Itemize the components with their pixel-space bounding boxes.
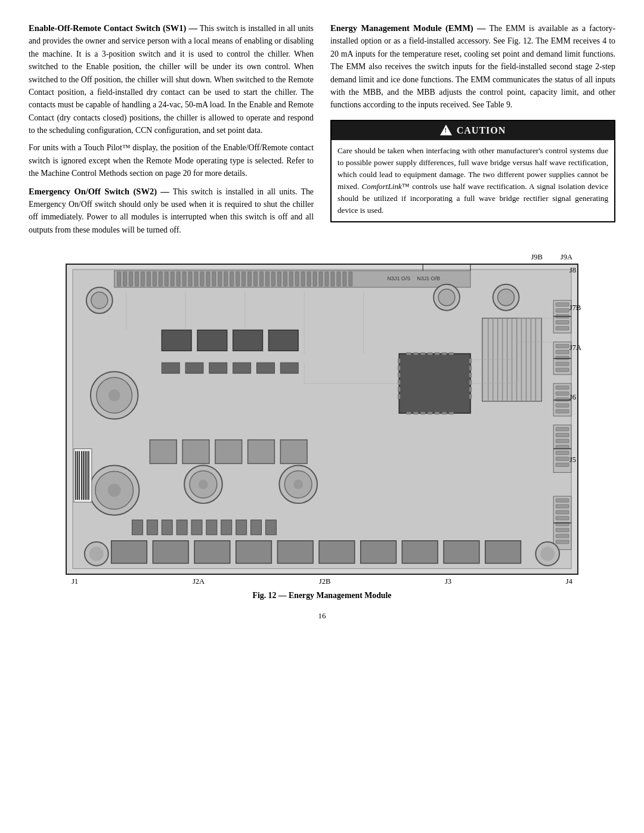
label-j2a: J2A — [193, 577, 205, 586]
svg-rect-58 — [556, 398, 569, 401]
page-content: Enable-Off-Remote Contact Switch (SW1) —… — [29, 21, 615, 621]
svg-point-93 — [438, 289, 455, 306]
svg-rect-54 — [556, 368, 569, 371]
svg-rect-63 — [556, 433, 569, 437]
pcb-diagram: N3J1 O/S N3J1 O/B — [66, 264, 578, 575]
svg-rect-158 — [221, 520, 232, 535]
svg-rect-31 — [283, 272, 287, 286]
svg-rect-25 — [248, 272, 252, 286]
sw2-heading: Emergency On/Off Switch (SW2) — — [29, 187, 169, 196]
svg-rect-9 — [153, 272, 156, 286]
svg-rect-56 — [556, 386, 569, 389]
svg-rect-70 — [556, 498, 569, 502]
svg-point-89 — [293, 480, 303, 490]
svg-rect-13 — [177, 272, 180, 286]
label-j5: J5 — [569, 456, 581, 465]
svg-rect-57 — [556, 392, 569, 395]
label-j7a: J7A — [569, 343, 581, 352]
label-j2b: J2B — [319, 577, 330, 586]
svg-rect-110 — [413, 352, 418, 355]
svg-rect-124 — [197, 330, 227, 351]
emm-body: The EMM is available as a factory-instal… — [330, 24, 615, 109]
svg-rect-132 — [280, 363, 298, 373]
svg-rect-102 — [398, 394, 400, 399]
svg-rect-32 — [289, 272, 293, 286]
svg-rect-7 — [141, 272, 144, 286]
svg-rect-60 — [556, 410, 569, 413]
svg-rect-128 — [185, 363, 203, 373]
svg-rect-107 — [469, 387, 472, 392]
label-j9b: J9B — [531, 253, 542, 262]
svg-rect-134 — [182, 440, 209, 464]
svg-rect-37 — [319, 272, 323, 286]
svg-rect-16 — [194, 272, 198, 286]
svg-rect-96 — [399, 354, 470, 413]
svg-rect-147 — [485, 541, 521, 563]
svg-rect-77 — [556, 540, 569, 544]
svg-rect-15 — [188, 272, 192, 286]
svg-point-86 — [199, 480, 208, 490]
label-j8: J8 — [569, 266, 581, 275]
figure-bottom-labels: J1 J2A J2B J3 J4 — [66, 577, 578, 586]
emm-heading: Energy Management Module (EMM) — — [330, 23, 486, 33]
svg-rect-22 — [230, 272, 234, 286]
svg-rect-109 — [406, 352, 411, 355]
svg-rect-137 — [280, 440, 307, 464]
svg-rect-105 — [469, 373, 472, 377]
svg-rect-33 — [295, 272, 299, 286]
svg-rect-154 — [162, 520, 172, 535]
svg-rect-40 — [337, 272, 340, 286]
svg-rect-59 — [556, 404, 569, 407]
sw1-body: This switch is installed in all units an… — [29, 24, 314, 135]
svg-rect-65 — [556, 445, 569, 449]
svg-rect-14 — [182, 272, 186, 286]
svg-rect-67 — [556, 457, 569, 461]
svg-rect-44 — [556, 303, 569, 306]
sw1-section: Enable-Off-Remote Contact Switch (SW1) —… — [29, 21, 314, 236]
svg-rect-144 — [361, 541, 397, 563]
svg-rect-99 — [398, 373, 400, 377]
exclamation-mark: ! — [444, 126, 447, 134]
svg-text:N3J1 O/B: N3J1 O/B — [417, 275, 440, 281]
svg-point-80 — [109, 389, 120, 401]
svg-rect-5 — [129, 272, 133, 286]
figure-section: J9B J9A — [29, 253, 615, 600]
comfort-link-italic: ComfortLink — [362, 182, 402, 191]
svg-rect-26 — [254, 272, 258, 286]
svg-rect-66 — [556, 451, 569, 455]
svg-rect-157 — [206, 520, 217, 535]
right-labels: J8 J7B J7A J6 J5 — [569, 266, 581, 465]
svg-rect-111 — [420, 352, 425, 355]
svg-rect-126 — [268, 330, 298, 351]
figure-top-labels: J9B J9A — [66, 253, 578, 262]
svg-rect-47 — [556, 321, 569, 324]
svg-point-83 — [108, 484, 121, 497]
svg-rect-136 — [248, 440, 275, 464]
svg-rect-76 — [556, 534, 569, 538]
svg-rect-121 — [442, 412, 447, 414]
svg-rect-153 — [147, 520, 157, 535]
svg-rect-138 — [112, 541, 147, 563]
svg-rect-21 — [224, 272, 228, 286]
label-j1: J1 — [72, 577, 78, 586]
svg-rect-11 — [165, 272, 168, 286]
svg-rect-29 — [271, 272, 275, 286]
label-j9a: J9A — [561, 253, 572, 262]
svg-rect-35 — [307, 272, 311, 286]
figure-container: N3J1 O/S N3J1 O/B — [66, 264, 578, 575]
svg-point-151 — [540, 547, 555, 561]
svg-rect-62 — [556, 428, 569, 431]
svg-rect-8 — [147, 272, 150, 286]
svg-rect-72 — [556, 510, 569, 514]
left-column: Enable-Off-Remote Contact Switch (SW1) —… — [29, 21, 314, 241]
svg-rect-23 — [236, 272, 240, 286]
label-j6: J6 — [569, 393, 581, 402]
svg-rect-116 — [406, 412, 411, 414]
page-number: 16 — [29, 611, 615, 621]
svg-rect-131 — [257, 363, 275, 373]
label-j3: J3 — [445, 577, 451, 586]
svg-rect-51 — [556, 351, 569, 354]
svg-rect-133 — [150, 440, 177, 464]
svg-rect-97 — [398, 358, 400, 363]
svg-rect-73 — [556, 516, 569, 520]
